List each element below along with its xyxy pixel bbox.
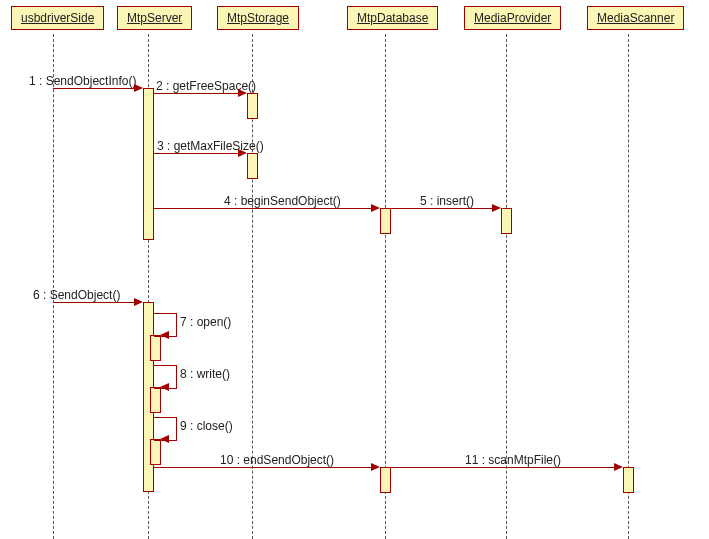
participant-mtpstorage: MtpStorage <box>217 6 299 30</box>
message-arrow <box>154 208 372 209</box>
arrow-head-icon <box>371 463 380 471</box>
arrow-head-icon <box>238 89 247 97</box>
message-label: 11 : scanMtpFile() <box>465 453 561 467</box>
lifeline <box>385 34 386 539</box>
message-label: 10 : endSendObject() <box>220 453 334 467</box>
activation-bar <box>380 467 391 493</box>
participant-mediascanner: MediaScanner <box>587 6 684 30</box>
activation-bar <box>247 153 258 179</box>
message-arrow <box>391 208 493 209</box>
arrow-head-icon <box>134 298 143 306</box>
activation-bar <box>501 208 512 234</box>
participant-mediaprovider: MediaProvider <box>464 6 561 30</box>
message-label: 4 : beginSendObject() <box>224 194 341 208</box>
arrow-head-icon <box>160 383 169 391</box>
message-label: 6 : SendObject() <box>33 288 120 302</box>
message-arrow <box>154 93 239 94</box>
activation-bar <box>143 88 154 240</box>
arrow-head-icon <box>492 204 501 212</box>
activation-bar <box>247 93 258 119</box>
message-arrow <box>391 467 615 468</box>
lifeline <box>53 34 54 539</box>
participant-mtpdatabase: MtpDatabase <box>347 6 438 30</box>
arrow-head-icon <box>238 149 247 157</box>
message-arrow <box>53 88 135 89</box>
message-label: 1 : SendObjectInfo() <box>29 74 136 88</box>
arrow-head-icon <box>371 204 380 212</box>
message-arrow <box>53 302 135 303</box>
message-label: 8 : write() <box>180 367 230 381</box>
activation-bar <box>623 467 634 493</box>
arrow-head-icon <box>160 331 169 339</box>
arrow-head-icon <box>614 463 623 471</box>
arrow-head-icon <box>134 84 143 92</box>
message-label: 7 : open() <box>180 315 231 329</box>
arrow-head-icon <box>160 435 169 443</box>
message-arrow <box>154 153 239 154</box>
participant-usbdriverside: usbdriverSide <box>11 6 104 30</box>
message-arrow <box>154 467 372 468</box>
activation-bar <box>380 208 391 234</box>
message-label: 5 : insert() <box>420 194 474 208</box>
participant-mtpserver: MtpServer <box>117 6 192 30</box>
message-label: 9 : close() <box>180 419 233 433</box>
lifeline <box>628 34 629 539</box>
message-label: 3 : getMaxFileSize() <box>157 139 264 153</box>
